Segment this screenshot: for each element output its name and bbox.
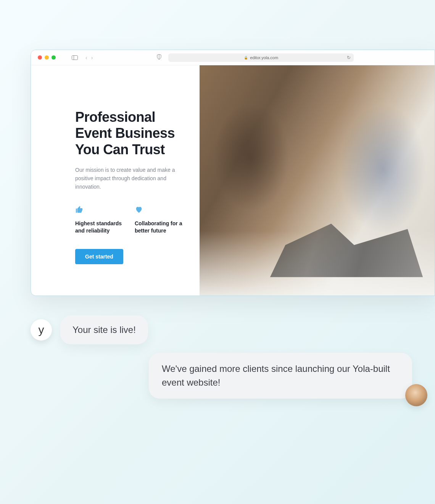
hero-right: [200, 65, 435, 296]
window-controls: [38, 55, 56, 60]
lock-icon: 🔒: [244, 56, 248, 60]
hero-title: Professional Event Business You Can Trus…: [75, 109, 184, 158]
svg-rect-0: [72, 55, 78, 60]
hero-title-line: You Can Trust: [75, 142, 165, 157]
privacy-shield-icon[interactable]: [157, 54, 161, 61]
url-text: editor.yola.com: [250, 55, 278, 60]
refresh-icon[interactable]: ↻: [347, 55, 351, 60]
user-avatar: [405, 384, 427, 406]
chat-area: y Your site is live! We've gained more c…: [31, 315, 412, 407]
thumbs-up-icon: [75, 205, 125, 215]
close-window-icon[interactable]: [38, 55, 42, 60]
chat-bubble: We've gained more clients since launchin…: [149, 353, 412, 399]
feature-item: Highest standards and reliability: [75, 205, 125, 234]
site-content: Professional Event Business You Can Trus…: [31, 65, 435, 296]
feature-title: Collaborating for a better future: [135, 220, 184, 234]
assistant-avatar-glyph: y: [39, 323, 44, 336]
sidebar-toggle-icon[interactable]: [72, 55, 78, 60]
hero-left: Professional Event Business You Can Trus…: [31, 65, 200, 296]
hero-image: [200, 65, 435, 296]
heart-icon: [135, 205, 184, 215]
minimize-window-icon[interactable]: [45, 55, 49, 60]
hero-title-line: Professional: [75, 109, 155, 125]
hero-title-line: Event Business: [75, 125, 175, 141]
maximize-window-icon[interactable]: [52, 55, 56, 60]
get-started-button[interactable]: Get started: [75, 249, 123, 264]
feature-item: Collaborating for a better future: [135, 205, 184, 234]
features-row: Highest standards and reliability Collab…: [75, 205, 184, 234]
back-icon[interactable]: ‹: [85, 55, 87, 61]
browser-window: ‹ › 🔒 editor.yola.com ↻ Professional Eve…: [31, 50, 435, 296]
url-bar[interactable]: 🔒 editor.yola.com ↻: [168, 53, 354, 62]
assistant-avatar: y: [31, 319, 52, 341]
hero-subtitle: Our mission is to create value and make …: [75, 166, 178, 191]
forward-icon[interactable]: ›: [91, 55, 93, 61]
browser-chrome: ‹ › 🔒 editor.yola.com ↻: [31, 50, 435, 65]
nav-arrows: ‹ ›: [85, 55, 93, 61]
chat-row-assistant: y Your site is live!: [31, 315, 412, 344]
chat-bubble: Your site is live!: [60, 315, 148, 344]
chat-row-user: We've gained more clients since launchin…: [31, 353, 412, 399]
feature-title: Highest standards and reliability: [75, 220, 125, 234]
